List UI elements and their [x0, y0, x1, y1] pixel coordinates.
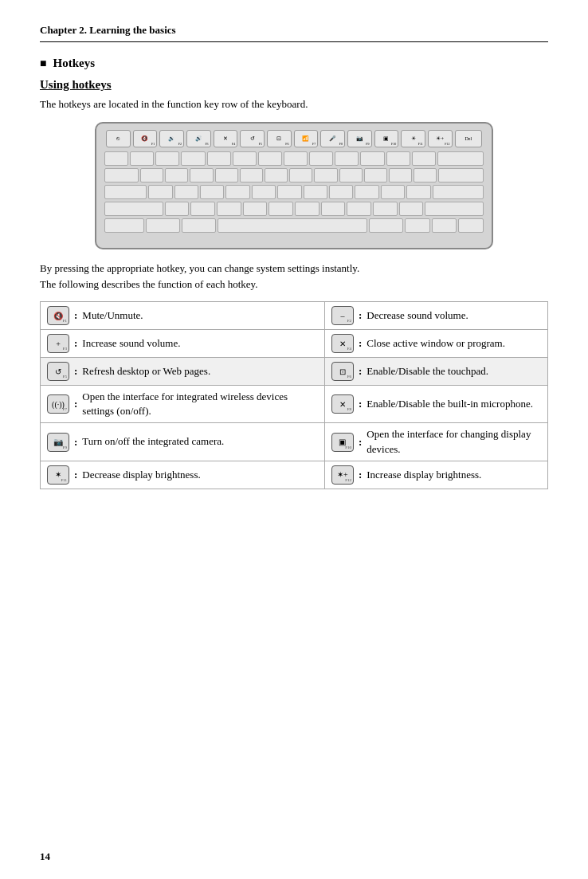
hotkey-icon-f2: –F2	[331, 306, 354, 325]
key-0	[360, 151, 384, 166]
key-6	[258, 151, 282, 166]
key-q	[140, 168, 163, 182]
fn-key-f11: ☀F11	[401, 130, 425, 147]
hotkey-cell-left-0: 🔇F1:Mute/Unmute.	[41, 302, 325, 330]
fn-key-f3: 🔊F3	[186, 130, 211, 147]
key-z	[165, 202, 190, 216]
colon-left-2: :	[74, 365, 77, 378]
hotkey-desc-left-5: Decrease display brightness.	[82, 468, 318, 482]
key-enter	[433, 185, 484, 199]
hotkey-icon-f4: ✕F4	[331, 334, 354, 353]
hotkey-icon-f10: ▣F10	[331, 433, 354, 452]
hotkey-row-5: ✶F11:Decrease display brightness.✶+F12:I…	[41, 461, 548, 489]
key-rbracket	[414, 168, 437, 182]
hotkey-cell-right-2: ⊡F6:Enable/Disable the touchpad.	[324, 358, 547, 386]
colon-left-3: :	[74, 398, 77, 410]
key-s	[174, 185, 198, 199]
hotkey-icon-f5: ↺F5	[47, 362, 69, 381]
hotkey-icon-f6: ⊡F6	[331, 362, 354, 381]
key-right	[458, 218, 484, 233]
hotkey-cell-inner-left-2: ↺F5:Refresh desktop or Web pages.	[47, 362, 318, 381]
key-equals	[412, 151, 436, 166]
hotkey-row-4: 📷F9:Turn on/off the integrated camera.▣F…	[41, 423, 548, 461]
key-v	[243, 202, 268, 216]
hotkey-cell-left-4: 📷F9:Turn on/off the integrated camera.	[41, 423, 325, 461]
key-w	[165, 168, 188, 182]
hotkey-cell-inner-right-4: ▣F10:Open the interface for changing dis…	[331, 427, 541, 456]
key-j	[304, 185, 327, 199]
key-8	[309, 151, 333, 166]
hotkey-desc-right-2: Enable/Disable the touchpad.	[367, 364, 541, 379]
key-row-3	[104, 185, 484, 199]
key-capslock	[104, 185, 147, 199]
hotkey-cell-right-4: ▣F10:Open the interface for changing dis…	[324, 423, 547, 461]
key-lshift	[104, 202, 163, 216]
hotkey-desc-right-4: Open the interface for changing display …	[367, 427, 541, 456]
colon-right-1: :	[359, 337, 362, 350]
colon-right-3: :	[359, 398, 362, 410]
subsection-title: Using hotkeys	[40, 78, 548, 92]
colon-right-2: :	[359, 365, 362, 378]
fn-key-f12: ☀+F12	[428, 130, 453, 147]
key-o	[339, 168, 363, 182]
key-x	[190, 202, 215, 216]
key-comma	[347, 202, 371, 216]
key-n	[295, 202, 319, 216]
keyboard-image: ⎋ 🔇F1 🔉F2 🔊F3 ✕F4 ↺F5 ⊡F6 📶F7 🎤F8 📷F9 ▣F…	[95, 122, 493, 249]
section-bullet: ■	[40, 57, 46, 70]
hotkey-desc-right-1: Close active window or program.	[367, 336, 541, 351]
fn-key-esc: ⎋	[106, 130, 131, 147]
hotkey-icon-f8: ✕F8	[331, 394, 354, 414]
key-alt	[182, 218, 216, 233]
key-2	[155, 151, 179, 166]
colon-left-0: :	[74, 309, 77, 322]
key-k	[329, 185, 353, 199]
fn-key-f8: 🎤F8	[320, 130, 345, 147]
key-slash	[399, 202, 424, 216]
key-g	[252, 185, 276, 199]
hotkey-cell-inner-right-2: ⊡F6:Enable/Disable the touchpad.	[331, 362, 541, 381]
key-row-4	[104, 202, 484, 216]
keyboard-regular-rows	[103, 151, 485, 233]
hotkey-row-3: ((·))F7:Open the interface for integrate…	[41, 386, 548, 423]
key-e	[190, 168, 213, 182]
hotkey-row-1: +F3:Increase sound volume.✕F4:Close acti…	[41, 330, 548, 358]
desc-text: By pressing the appropriate hotkey, you …	[40, 261, 548, 292]
hotkey-cell-inner-right-0: –F2:Decrease sound volume.	[331, 306, 541, 325]
section-title-row: ■ Hotkeys	[40, 57, 548, 70]
key-row-1	[104, 151, 484, 166]
chapter-header: Chapter 2. Learning the basics	[40, 24, 548, 42]
key-l	[355, 185, 378, 199]
key-updown	[432, 218, 457, 233]
key-c	[217, 202, 241, 216]
hotkey-icon-f3: +F3	[47, 334, 69, 353]
key-row-2	[104, 168, 484, 182]
hotkey-cell-left-2: ↺F5:Refresh desktop or Web pages.	[41, 358, 325, 386]
hotkey-icon-f9: 📷F9	[47, 433, 69, 452]
key-r	[215, 168, 238, 182]
key-7	[284, 151, 308, 166]
key-t	[240, 168, 263, 182]
key-u	[289, 168, 312, 182]
hotkey-cell-right-3: ✕F8:Enable/Disable the built-in micropho…	[324, 386, 547, 423]
fn-key-f10: ▣F10	[374, 130, 399, 147]
key-y	[265, 168, 288, 182]
colon-left-1: :	[74, 337, 77, 350]
hotkey-cell-inner-right-5: ✶+F12:Increase display brightness.	[331, 465, 541, 485]
key-9	[335, 151, 359, 166]
keyboard-illustration: ⎋ 🔇F1 🔉F2 🔊F3 ✕F4 ↺F5 ⊡F6 📶F7 🎤F8 📷F9 ▣F…	[40, 122, 548, 249]
fn-key-del: Del	[455, 130, 482, 147]
colon-left-4: :	[74, 436, 77, 449]
key-period	[373, 202, 398, 216]
key-f	[225, 185, 249, 199]
fn-key-f1: 🔇F1	[133, 130, 158, 147]
hotkey-cell-inner-left-1: +F3:Increase sound volume.	[47, 334, 318, 353]
fn-key-f9: 📷F9	[347, 130, 372, 147]
key-d	[200, 185, 224, 199]
hotkey-cell-right-0: –F2:Decrease sound volume.	[324, 302, 547, 330]
key-quote	[406, 185, 430, 199]
key-semicolon	[381, 185, 405, 199]
key-space	[218, 218, 367, 233]
section-title: Hotkeys	[53, 57, 95, 70]
key-backspace	[437, 151, 484, 166]
